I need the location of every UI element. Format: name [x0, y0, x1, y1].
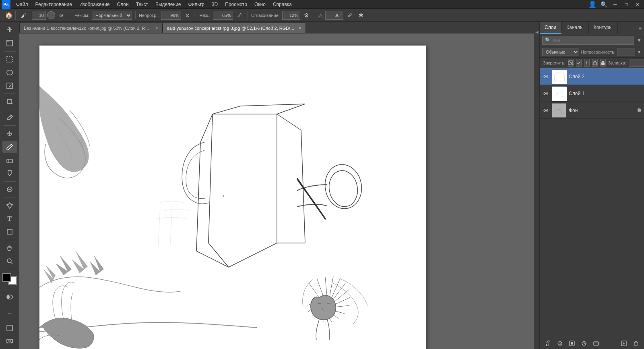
layer-2-visibility[interactable] [542, 73, 549, 80]
restore-icon[interactable]: □ [621, 0, 631, 9]
fill-input[interactable]: 100% [629, 59, 644, 67]
opacity-input[interactable]: 99% [161, 11, 181, 20]
menu-image[interactable]: Изображение [76, 1, 113, 8]
object-selection-tool[interactable] [2, 79, 17, 92]
fill-label: Заливка: [608, 60, 626, 65]
tab-0-close[interactable]: ✕ [155, 26, 158, 30]
menu-3d[interactable]: 3D [208, 1, 221, 8]
tab-0[interactable]: Без имени-1-восстановлен12о копия.jpg @ … [19, 23, 163, 33]
layer-mask-button[interactable] [567, 339, 577, 348]
svg-rect-8 [7, 159, 12, 163]
angle-input[interactable]: -36° [325, 11, 343, 20]
layers-search-box[interactable]: 🔍 [542, 36, 634, 45]
search-global-icon[interactable]: 🔍 [599, 0, 609, 9]
brush-style-button[interactable] [47, 11, 55, 19]
layers-search-input[interactable] [552, 38, 631, 43]
minimize-icon[interactable]: ─ [610, 0, 620, 9]
layer-1-name: Слой 1 [569, 91, 642, 96]
lasso-tool[interactable] [2, 66, 17, 79]
menu-help[interactable]: Справка [270, 1, 295, 8]
healing-tool[interactable] [2, 127, 17, 140]
panel-tab-channels[interactable]: Каналы [561, 22, 589, 34]
layer-adjustment-button[interactable] [579, 339, 589, 348]
menu-window[interactable]: Окно [251, 1, 269, 8]
color-swatches[interactable] [2, 272, 18, 286]
opacity-label: Непрозрачность: [581, 50, 615, 54]
more-options-button[interactable]: ✱ [356, 10, 366, 20]
brush-preset-button[interactable]: 🖌 [19, 10, 29, 20]
lock-all-button[interactable] [600, 59, 606, 67]
panel-tab-paths[interactable]: Контуры [589, 22, 618, 34]
lock-position-button[interactable] [584, 59, 590, 67]
layer-effects-button[interactable]: fx [555, 339, 565, 348]
menu-layers[interactable]: Слои [114, 1, 132, 8]
layer-item-background[interactable]: Фон [540, 102, 644, 119]
svg-rect-3 [7, 56, 12, 62]
layer-mode-dropdown[interactable]: Обычные [542, 48, 579, 56]
canvas-document[interactable] [39, 46, 426, 349]
new-layer-button[interactable] [619, 339, 629, 348]
fill-tool[interactable] [2, 167, 17, 180]
menu-view[interactable]: Просмотр [222, 1, 250, 8]
close-icon[interactable]: ✕ [633, 0, 642, 9]
menu-text[interactable]: Текст [133, 1, 151, 8]
opacity-toggle[interactable]: ⊙ [183, 10, 192, 20]
menu-file[interactable]: Файл [13, 1, 31, 8]
frame-tool[interactable] [2, 335, 17, 347]
tab-1-close[interactable]: ✕ [298, 26, 301, 30]
lock-transparent-button[interactable] [568, 59, 574, 67]
opacity-dropdown-arrow[interactable]: ▼ [637, 49, 642, 55]
smoothing-input[interactable]: 12% [282, 11, 300, 20]
artboard-tool[interactable] [2, 37, 17, 50]
layer-item-2[interactable]: Слой 2 [540, 68, 644, 85]
brush-tool active[interactable] [2, 141, 17, 153]
layer-item-1[interactable]: Слой 1 [540, 85, 644, 102]
panel-tab-layers[interactable]: Слои [540, 22, 561, 34]
extras-bottom[interactable] [2, 322, 17, 334]
brush-size-input[interactable]: 10 [32, 11, 46, 20]
pen-tool[interactable] [2, 199, 17, 212]
layer-1-visibility[interactable] [542, 90, 549, 97]
crop-tool[interactable] [2, 96, 17, 108]
tab-1[interactable]: said-yunusov-concept-artist-rpg-3.jpg @ … [163, 23, 306, 33]
lock-artboard-button[interactable] [592, 59, 598, 67]
layers-filter-toggle[interactable]: ▼ [637, 37, 642, 43]
quick-mask-tool[interactable] [2, 291, 17, 303]
account-icon[interactable]: 👤 [588, 0, 597, 9]
layer-link-button[interactable] [543, 339, 553, 348]
layer-group-button[interactable] [591, 339, 601, 348]
lock-image-button[interactable] [576, 59, 582, 67]
shape-tool[interactable] [2, 226, 17, 238]
menu-filter[interactable]: Фильтр [185, 1, 208, 8]
svg-rect-15 [7, 295, 10, 299]
zoom-tool[interactable] [2, 255, 17, 268]
text-tool[interactable]: T [2, 212, 17, 225]
eraser-tool[interactable] [2, 154, 17, 166]
mode-dropdown[interactable]: Нормальный [92, 11, 132, 20]
more-tools-button[interactable]: ··· [2, 307, 17, 319]
pressure-input[interactable]: 65% [213, 11, 233, 20]
home-button[interactable]: 🏠 [4, 10, 14, 20]
menu-edit[interactable]: Редактирование [32, 1, 75, 8]
layer-opacity-input[interactable]: 100% [617, 48, 635, 56]
canvas-area[interactable] [19, 33, 539, 349]
brush-toggle-button[interactable]: ⊙ [56, 10, 66, 20]
menu-select[interactable]: Выделение [152, 1, 184, 8]
symmetry-button[interactable]: 🖊 [345, 10, 355, 20]
layer-bg-visibility[interactable] [542, 107, 549, 114]
pressure-toggle[interactable]: 🖊 [235, 10, 244, 20]
selection-tool[interactable] [2, 53, 17, 66]
svg-point-64 [545, 93, 547, 94]
panel-collapse-toggle[interactable]: ◀ [535, 24, 539, 40]
foreground-color-swatch[interactable] [2, 273, 11, 282]
move-tool[interactable] [2, 24, 17, 36]
eyedropper-tool[interactable] [2, 112, 17, 124]
tab-0-label: Без имени-1-восстановлен12о копия.jpg @ … [24, 26, 153, 31]
smoothing-settings[interactable]: ⚙ [302, 10, 312, 20]
tab-1-label: said-yunusov-concept-artist-rpg-3.jpg @ … [167, 26, 296, 31]
delete-layer-button[interactable] [631, 339, 641, 348]
hand-tool[interactable] [2, 242, 17, 254]
dodge-tool[interactable] [2, 183, 17, 196]
svg-rect-68 [552, 104, 566, 117]
panel-menu-icon[interactable]: ≡ [639, 25, 642, 31]
